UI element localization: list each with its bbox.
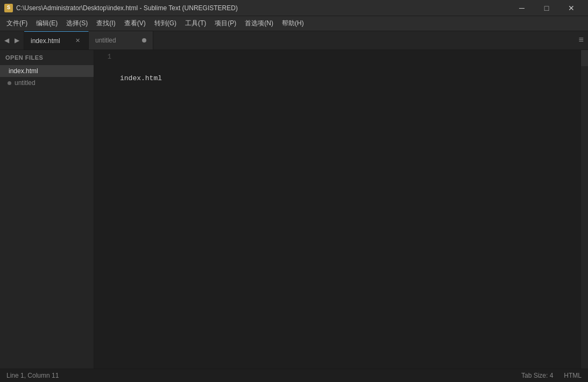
tab-menu-button[interactable]: ≡ [574, 31, 588, 49]
close-button[interactable]: ✕ [559, 0, 584, 16]
menu-project[interactable]: 项目(P) [210, 17, 240, 30]
tab-index-html[interactable]: index.html ✕ [24, 31, 89, 49]
tab-dot-untitled [142, 38, 146, 43]
tab-label-index-html: index.html [31, 37, 60, 45]
status-position: Line 1, Column 11 [6, 372, 59, 379]
title-bar-left: S C:\Users\Administrator\Desktop\index.h… [4, 4, 238, 12]
menu-goto[interactable]: 转到(G) [150, 17, 181, 30]
menu-bar: 文件(F) 编辑(E) 选择(S) 查找(I) 查看(V) 转到(G) 工具(T… [0, 16, 588, 31]
menu-view[interactable]: 查看(V) [120, 17, 150, 30]
menu-edit[interactable]: 编辑(E) [32, 17, 62, 30]
menu-select[interactable]: 选择(S) [62, 17, 92, 30]
tab-bar: ◀ ▶ index.html ✕ untitled ≡ [0, 31, 588, 50]
minimap [580, 50, 588, 369]
sidebar: OPEN FILES index.html untitled [0, 50, 94, 369]
status-tab-size[interactable]: Tab Size: 4 [521, 372, 553, 379]
menu-file[interactable]: 文件(F) [2, 17, 32, 30]
minimap-indicator [581, 50, 588, 66]
untitled-dot-icon [8, 81, 11, 85]
sidebar-untitled-label: untitled [15, 79, 36, 87]
editor-content[interactable]: index.html [116, 50, 580, 369]
sidebar-item-untitled[interactable]: untitled [0, 77, 94, 89]
app-icon: S [4, 4, 13, 12]
tab-untitled[interactable]: untitled [89, 31, 153, 49]
tab-label-untitled: untitled [95, 37, 116, 44]
title-bar: S C:\Users\Administrator\Desktop\index.h… [0, 0, 588, 16]
tab-nav: ◀ ▶ [0, 31, 24, 49]
main-area: OPEN FILES index.html untitled 1 index.h… [0, 50, 588, 369]
tab-close-index-html[interactable]: ✕ [73, 37, 82, 45]
title-bar-text: C:\Users\Administrator\Desktop\index.htm… [16, 4, 238, 12]
line-numbers: 1 [94, 50, 116, 369]
status-bar: Line 1, Column 11 Tab Size: 4 HTML [0, 369, 588, 382]
status-left: Line 1, Column 11 [6, 372, 59, 379]
sidebar-header: OPEN FILES [0, 50, 94, 65]
menu-preferences[interactable]: 首选项(N) [240, 17, 278, 30]
menu-help[interactable]: 帮助(H) [278, 17, 308, 30]
tabs-container: index.html ✕ untitled [24, 31, 574, 49]
status-right: Tab Size: 4 HTML [521, 372, 582, 379]
minimize-button[interactable]: ─ [509, 0, 534, 16]
tab-next-button[interactable]: ▶ [12, 36, 22, 45]
status-language[interactable]: HTML [564, 372, 582, 379]
menu-tools[interactable]: 工具(T) [181, 17, 210, 30]
line-number-1: 1 [94, 52, 111, 62]
code-line-1: index.html [120, 73, 576, 84]
menu-find[interactable]: 查找(I) [92, 17, 119, 30]
editor-area[interactable]: 1 index.html [94, 50, 588, 369]
sidebar-item-index-html[interactable]: index.html [0, 65, 94, 77]
maximize-button[interactable]: □ [534, 0, 559, 16]
title-bar-controls: ─ □ ✕ [509, 0, 584, 16]
tab-prev-button[interactable]: ◀ [2, 36, 11, 45]
